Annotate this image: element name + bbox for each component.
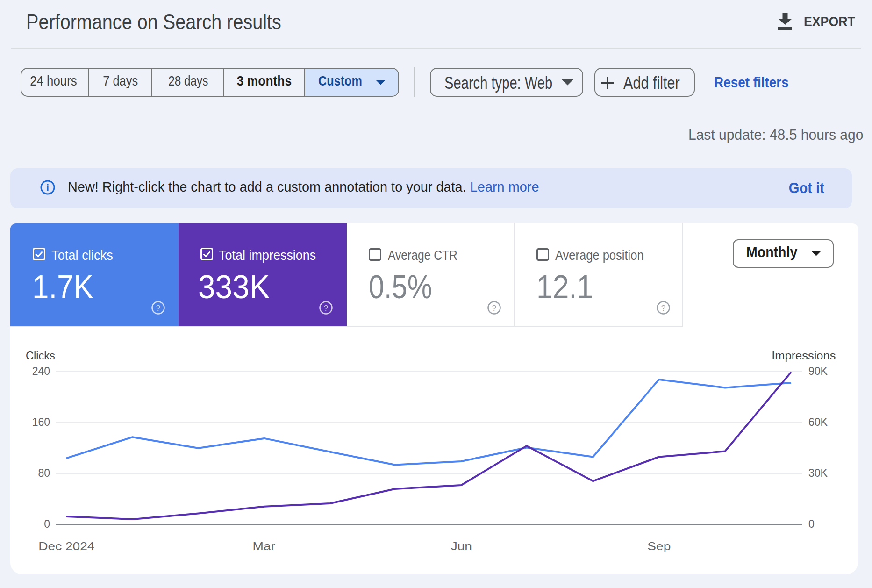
svg-text:?: ? (324, 303, 328, 312)
svg-text:?: ? (156, 303, 160, 312)
svg-text:?: ? (661, 303, 665, 312)
svg-text:?: ? (492, 303, 496, 312)
